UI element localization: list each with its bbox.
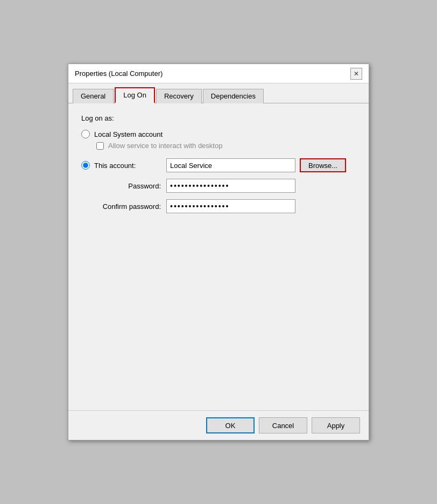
local-system-radio[interactable] (81, 130, 90, 138)
local-system-radio-row: Local System account (81, 130, 356, 138)
browse-button[interactable]: Browse... (300, 158, 346, 172)
confirm-password-input[interactable] (166, 199, 295, 213)
tab-recovery[interactable]: Recovery (156, 89, 202, 103)
cancel-button[interactable]: Cancel (259, 417, 307, 433)
allow-interact-label: Allow service to interact with desktop (108, 142, 222, 150)
confirm-password-label: Confirm password: (96, 202, 166, 211)
dialog-footer: OK Cancel Apply (68, 410, 369, 440)
this-account-label: This account: (94, 162, 136, 170)
logon-section-label: Log on as: (81, 114, 356, 122)
allow-interact-row: Allow service to interact with desktop (96, 142, 356, 150)
password-label: Password: (96, 182, 166, 190)
this-account-row: This account: Browse... (81, 158, 356, 172)
tab-dependencies[interactable]: Dependencies (203, 89, 264, 103)
allow-interact-checkbox[interactable] (96, 142, 104, 150)
confirm-password-row: Confirm password: (96, 199, 356, 213)
properties-dialog: Properties (Local Computer) ✕ General Lo… (68, 64, 369, 440)
tab-general[interactable]: General (73, 89, 114, 103)
tab-bar: General Log On Recovery Dependencies (68, 83, 369, 103)
password-row: Password: (96, 179, 356, 193)
password-input[interactable] (166, 179, 295, 193)
ok-button[interactable]: OK (206, 417, 255, 433)
this-account-radio[interactable] (81, 161, 90, 170)
close-button[interactable]: ✕ (350, 68, 362, 80)
title-bar: Properties (Local Computer) ✕ (68, 64, 369, 83)
apply-button[interactable]: Apply (312, 417, 360, 433)
dialog-title: Properties (Local Computer) (75, 69, 163, 78)
account-input[interactable] (166, 158, 295, 172)
tab-content: Log on as: Local System account Allow se… (68, 103, 369, 320)
this-account-label-wrap: This account: (81, 161, 166, 170)
local-system-label: Local System account (94, 130, 163, 138)
tab-logon[interactable]: Log On (115, 87, 155, 103)
